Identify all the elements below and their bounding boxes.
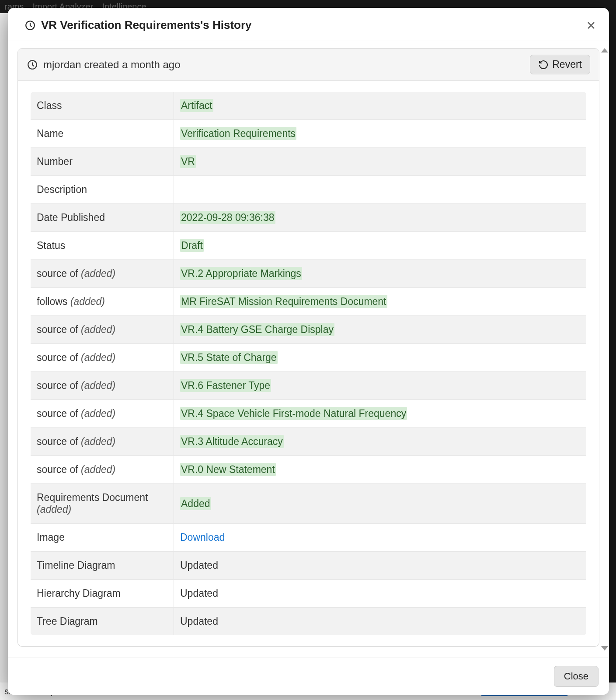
added-note: (added) (81, 380, 115, 391)
table-row: Timeline DiagramUpdated (31, 552, 587, 580)
property-value: Updated (174, 608, 587, 636)
modal-body: mjordan created a month ago Revert Class… (8, 41, 609, 658)
property-key: Date Published (31, 204, 174, 232)
table-row: ClassArtifact (31, 92, 587, 120)
added-note: (added) (81, 408, 115, 419)
added-note: (added) (81, 352, 115, 363)
property-value (174, 176, 587, 204)
scroll-down-icon[interactable] (601, 646, 608, 651)
property-key: source of (added) (31, 428, 174, 456)
property-value: Artifact (174, 92, 587, 120)
property-value: 2022-09-28 09:36:38 (174, 204, 587, 232)
highlighted-value: Added (180, 497, 211, 510)
property-key: Class (31, 92, 174, 120)
table-row: NameVerification Requirements (31, 120, 587, 148)
property-key: source of (added) (31, 316, 174, 344)
added-note: (added) (81, 268, 115, 279)
highlighted-value: VR.3 Altitude Accuracy (180, 435, 284, 448)
property-key: Timeline Diagram (31, 552, 174, 580)
property-key: source of (added) (31, 400, 174, 428)
table-row: Tree DiagramUpdated (31, 608, 587, 636)
card-header: mjordan created a month ago Revert (18, 49, 599, 81)
highlighted-value: VR.2 Appropriate Markings (180, 267, 302, 280)
table-row: Description (31, 176, 587, 204)
table-row: Hierarchy DiagramUpdated (31, 580, 587, 608)
highlighted-value: 2022-09-28 09:36:38 (180, 211, 275, 224)
added-note: (added) (37, 504, 71, 515)
close-icon[interactable] (585, 20, 597, 31)
table-row: StatusDraft (31, 232, 587, 260)
table-row: source of (added)VR.2 Appropriate Markin… (31, 260, 587, 288)
modal-title: VR Verification Requirements's History (41, 18, 585, 32)
modal-footer: Close (8, 658, 609, 695)
highlighted-value: MR FireSAT Mission Requirements Document (180, 295, 387, 308)
table-row: Requirements Document (added)Added (31, 484, 587, 524)
property-value: VR.0 New Statement (174, 456, 587, 484)
property-value: VR.3 Altitude Accuracy (174, 428, 587, 456)
property-key: Image (31, 524, 174, 552)
property-value: Updated (174, 552, 587, 580)
property-value: Download (174, 524, 587, 552)
properties-table: ClassArtifactNameVerification Requiremen… (30, 91, 587, 636)
property-value: VR.4 Space Vehicle First-mode Natural Fr… (174, 400, 587, 428)
property-key: Number (31, 148, 174, 176)
download-link[interactable]: Download (180, 532, 225, 543)
added-note: (added) (81, 436, 115, 447)
table-row: follows (added)MR FireSAT Mission Requir… (31, 288, 587, 316)
property-key: source of (added) (31, 372, 174, 400)
card-body: ClassArtifactNameVerification Requiremen… (18, 81, 599, 646)
table-row: Date Published2022-09-28 09:36:38 (31, 204, 587, 232)
history-modal: VR Verification Requirements's History m… (8, 8, 609, 695)
close-button[interactable]: Close (554, 666, 599, 687)
property-value: VR.2 Appropriate Markings (174, 260, 587, 288)
revert-label: Revert (552, 59, 582, 70)
revert-button[interactable]: Revert (530, 55, 590, 74)
highlighted-value: VR.4 Battery GSE Charge Display (180, 323, 334, 336)
modal-header: VR Verification Requirements's History (8, 8, 609, 41)
table-row: NumberVR (31, 148, 587, 176)
table-row: source of (added)VR.6 Fastener Type (31, 372, 587, 400)
highlighted-value: Verification Requirements (180, 127, 296, 140)
property-key: Requirements Document (added) (31, 484, 174, 524)
property-key: source of (added) (31, 456, 174, 484)
property-key: source of (added) (31, 344, 174, 372)
property-value: MR FireSAT Mission Requirements Document (174, 288, 587, 316)
property-key: Name (31, 120, 174, 148)
table-row: source of (added)VR.4 Space Vehicle Firs… (31, 400, 587, 428)
highlighted-value: VR.0 New Statement (180, 463, 276, 476)
added-note: (added) (81, 464, 115, 475)
highlighted-value: VR.6 Fastener Type (180, 379, 271, 392)
history-card: mjordan created a month ago Revert Class… (17, 48, 599, 647)
card-meta-text: mjordan created a month ago (43, 59, 525, 71)
table-row: source of (added)VR.0 New Statement (31, 456, 587, 484)
highlighted-value: Artifact (180, 99, 213, 112)
property-key: Tree Diagram (31, 608, 174, 636)
added-note: (added) (81, 324, 115, 335)
table-row: source of (added)VR.5 State of Charge (31, 344, 587, 372)
table-row: ImageDownload (31, 524, 587, 552)
highlighted-value: VR (180, 155, 196, 168)
scroll-up-icon[interactable] (601, 48, 608, 52)
property-key: Status (31, 232, 174, 260)
property-value: Updated (174, 580, 587, 608)
property-value: Draft (174, 232, 587, 260)
clock-icon (27, 59, 38, 70)
highlighted-value: VR.4 Space Vehicle First-mode Natural Fr… (180, 407, 407, 420)
highlighted-value: Draft (180, 239, 204, 252)
revert-icon (538, 60, 549, 70)
property-value: Added (174, 484, 587, 524)
property-value: VR.6 Fastener Type (174, 372, 587, 400)
added-note: (added) (70, 296, 105, 307)
property-key: Description (31, 176, 174, 204)
property-value: VR (174, 148, 587, 176)
history-icon (24, 20, 36, 31)
property-value: Verification Requirements (174, 120, 587, 148)
property-value: VR.4 Battery GSE Charge Display (174, 316, 587, 344)
property-key: Hierarchy Diagram (31, 580, 174, 608)
scrollbar[interactable] (600, 48, 608, 651)
table-row: source of (added)VR.3 Altitude Accuracy (31, 428, 587, 456)
property-value: VR.5 State of Charge (174, 344, 587, 372)
property-key: source of (added) (31, 260, 174, 288)
table-row: source of (added)VR.4 Battery GSE Charge… (31, 316, 587, 344)
highlighted-value: VR.5 State of Charge (180, 351, 278, 364)
